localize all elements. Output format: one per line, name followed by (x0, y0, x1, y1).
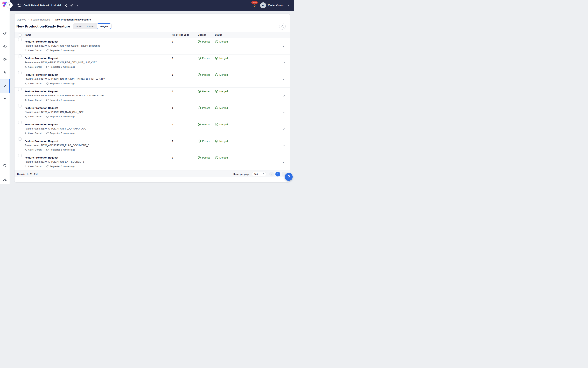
refresh-icon (46, 66, 48, 68)
gear-icon[interactable] (70, 4, 73, 7)
tile-jobs-count: 0 (172, 154, 198, 159)
expand-chevron-down-icon[interactable] (282, 161, 285, 164)
request-meta: Xavier Conort Requested 6 minutes ago (25, 165, 172, 168)
sidebar-item-users[interactable] (0, 175, 10, 183)
rows-per-page-select[interactable]: 100 (252, 172, 266, 176)
user-menu-chevron-down-icon[interactable] (287, 4, 290, 7)
sidebar-expand-button[interactable] (7, 2, 13, 8)
row-checkbox[interactable] (18, 38, 21, 41)
expand-chevron-down-icon[interactable] (282, 45, 285, 48)
request-row[interactable]: Feature Promotion Request Feature Name: … (15, 88, 290, 104)
rows-per-page-value: 100 (254, 173, 263, 175)
circle-check-icon (215, 106, 218, 110)
previous-page-button[interactable] (269, 172, 274, 176)
tile-jobs-count: 0 (172, 137, 198, 142)
row-checkbox[interactable] (18, 104, 21, 108)
checks-status: Passed (198, 137, 215, 143)
page-number-button[interactable]: 1 (275, 172, 280, 176)
row-checkbox[interactable] (18, 55, 21, 58)
sidebar-item-activity[interactable] (0, 95, 10, 102)
workspace-selector[interactable]: Credit Default Dataset UI tutorial (17, 3, 61, 8)
sidebar-item-approve[interactable] (0, 82, 10, 89)
expand-chevron-down-icon[interactable] (282, 111, 285, 114)
feature-name: Feature Name: NEW_APPLICATION_REG_CITY_N… (25, 61, 172, 64)
tile-jobs-count: 0 (172, 121, 198, 126)
request-row[interactable]: Feature Promotion Request Feature Name: … (15, 154, 290, 171)
circle-check-icon (198, 156, 201, 159)
tab-open[interactable]: Open (73, 24, 84, 29)
request-row[interactable]: Feature Promotion Request Feature Name: … (15, 137, 290, 154)
sidebar-item-ai[interactable] (0, 42, 10, 50)
help-button[interactable]: ? (285, 173, 293, 181)
request-row[interactable]: Feature Promotion Request Feature Name: … (15, 55, 290, 71)
checks-status: Passed (198, 38, 215, 43)
tab-merged[interactable]: Merged (97, 23, 111, 29)
sidebar-item-ideas[interactable] (0, 56, 10, 63)
row-checkbox[interactable] (18, 71, 21, 74)
requester-name: Xavier Conort (28, 66, 42, 68)
checks-label: Passed (202, 156, 210, 159)
tab-closed[interactable]: Closed (84, 24, 97, 29)
circle-check-icon (198, 40, 201, 43)
expand-chevron-down-icon[interactable] (282, 61, 285, 64)
status-label: Merged (219, 123, 228, 126)
share-icon[interactable] (64, 4, 67, 7)
requested-time: Requested 6 minutes ago (50, 99, 75, 101)
request-row[interactable]: Feature Promotion Request Feature Name: … (15, 71, 290, 88)
activity-icon (3, 97, 7, 101)
status-label: Merged (219, 90, 228, 93)
feature-name: Feature Name: NEW_APPLICATION_FLOORSMAX_… (25, 127, 172, 130)
tile-jobs-count: 0 (172, 71, 198, 76)
select-all-checkbox[interactable] (18, 33, 21, 37)
main-card: Approve Feature Requests New Production-… (15, 14, 290, 182)
checks-status: Passed (198, 88, 215, 93)
workspace-chevron-down-icon[interactable] (76, 4, 79, 7)
user-icon (25, 132, 27, 134)
requester-name: Xavier Conort (28, 132, 42, 134)
requester-name: Xavier Conort (28, 115, 42, 118)
circle-check-icon (198, 90, 201, 93)
notifications-button[interactable]: 999+ (253, 3, 257, 7)
requester-name: Xavier Conort (28, 49, 42, 52)
expand-chevron-down-icon[interactable] (282, 78, 285, 81)
user-icon (25, 116, 27, 118)
status-label: Merged (219, 57, 228, 60)
row-checkbox[interactable] (18, 137, 21, 141)
circle-check-icon (198, 73, 201, 76)
row-checkbox[interactable] (18, 154, 21, 157)
requester-name: Xavier Conort (28, 99, 42, 101)
expand-chevron-down-icon[interactable] (282, 128, 285, 131)
row-checkbox[interactable] (18, 121, 21, 124)
user-search-icon (3, 177, 7, 181)
breadcrumb-feature-requests[interactable]: Feature Requests (31, 18, 50, 21)
notification-badge: 999+ (251, 1, 258, 4)
results-label: Results: (17, 173, 26, 175)
request-row[interactable]: Feature Promotion Request Feature Name: … (15, 121, 290, 137)
checks-status: Passed (198, 154, 215, 159)
refresh-icon (46, 165, 48, 168)
request-row[interactable]: Feature Promotion Request Feature Name: … (15, 38, 290, 55)
expand-chevron-down-icon[interactable] (282, 94, 285, 98)
telescope-icon (3, 31, 7, 35)
user-name[interactable]: Xavier Conort (268, 4, 284, 7)
request-row[interactable]: Feature Promotion Request Feature Name: … (15, 104, 290, 121)
feature-name: Feature Name: NEW_APPLICATION_REGION_RAT… (25, 77, 172, 81)
search-button[interactable] (279, 23, 286, 29)
merge-status: Merged (215, 104, 277, 110)
sidebar-item-experiments[interactable] (0, 69, 10, 76)
user-icon (25, 49, 27, 52)
breadcrumb-approve[interactable]: Approve (17, 18, 26, 21)
expand-chevron-down-icon[interactable] (282, 144, 285, 147)
sidebar-item-explore[interactable] (0, 29, 10, 37)
feature-name: Feature Name: NEW_APPLICATION_EXT_SOURCE… (25, 160, 172, 163)
sidebar-item-governance[interactable] (0, 162, 10, 169)
status-label: Merged (219, 107, 228, 109)
merge-status: Merged (215, 55, 277, 60)
refresh-icon (46, 99, 48, 101)
tile-jobs-count: 0 (172, 55, 198, 60)
chevron-right-icon (28, 19, 30, 21)
avatar[interactable]: XC (260, 2, 266, 8)
requester-name: Xavier Conort (28, 148, 42, 151)
merge-status: Merged (215, 88, 277, 93)
row-checkbox[interactable] (18, 88, 21, 91)
